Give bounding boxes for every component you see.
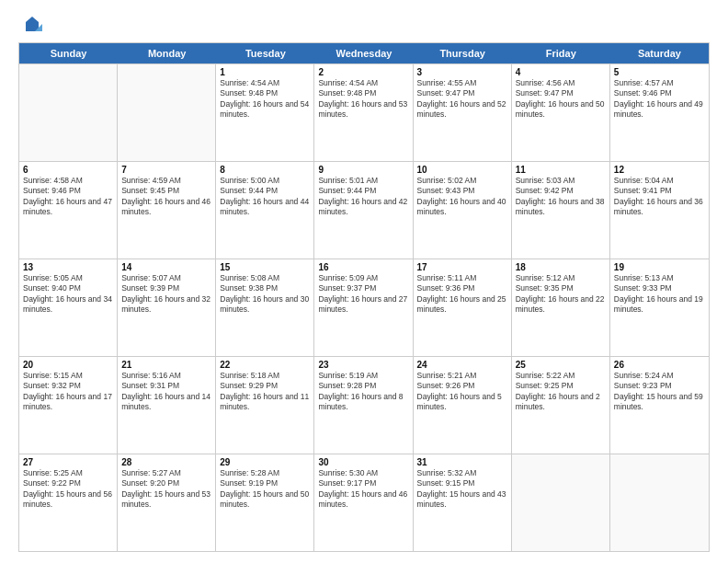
calendar-cell: 1Sunrise: 4:54 AMSunset: 9:48 PMDaylight… <box>216 64 314 161</box>
day-number: 15 <box>220 262 310 272</box>
sun-info: Sunrise: 5:13 AMSunset: 9:33 PMDaylight:… <box>614 273 705 316</box>
sun-info: Sunrise: 5:04 AMSunset: 9:41 PMDaylight:… <box>614 176 705 218</box>
day-number: 14 <box>121 262 211 272</box>
day-number: 2 <box>318 67 408 77</box>
sun-info: Sunrise: 5:21 AMSunset: 9:26 PMDaylight:… <box>417 371 507 413</box>
calendar-cell: 14Sunrise: 5:07 AMSunset: 9:39 PMDayligh… <box>118 259 216 356</box>
calendar-row-4: 20Sunrise: 5:15 AMSunset: 9:32 PMDayligh… <box>19 356 709 454</box>
day-number: 6 <box>23 165 113 175</box>
day-number: 8 <box>220 165 310 175</box>
day-number: 9 <box>318 165 408 175</box>
calendar-cell: 26Sunrise: 5:24 AMSunset: 9:23 PMDayligh… <box>610 357 709 454</box>
calendar-cell: 6Sunrise: 4:58 AMSunset: 9:46 PMDaylight… <box>19 162 118 259</box>
sun-info: Sunrise: 5:18 AMSunset: 9:29 PMDaylight:… <box>220 371 310 413</box>
sun-info: Sunrise: 5:09 AMSunset: 9:37 PMDaylight:… <box>318 273 408 316</box>
weekday-header-wednesday: Wednesday <box>314 43 413 63</box>
calendar-cell: 18Sunrise: 5:12 AMSunset: 9:35 PMDayligh… <box>512 259 610 356</box>
calendar-cell: 2Sunrise: 4:54 AMSunset: 9:48 PMDaylight… <box>314 64 413 161</box>
sun-info: Sunrise: 5:30 AMSunset: 9:17 PMDaylight:… <box>318 468 408 511</box>
sun-info: Sunrise: 5:11 AMSunset: 9:36 PMDaylight:… <box>417 273 507 316</box>
weekday-header-friday: Friday <box>512 43 610 63</box>
sun-info: Sunrise: 5:24 AMSunset: 9:23 PMDaylight:… <box>614 371 705 413</box>
sun-info: Sunrise: 5:25 AMSunset: 9:22 PMDaylight:… <box>23 468 113 511</box>
calendar-cell <box>610 454 709 551</box>
calendar-cell: 13Sunrise: 5:05 AMSunset: 9:40 PMDayligh… <box>19 259 118 356</box>
calendar-cell: 17Sunrise: 5:11 AMSunset: 9:36 PMDayligh… <box>414 259 512 356</box>
calendar: SundayMondayTuesdayWednesdayThursdayFrid… <box>18 42 710 552</box>
day-number: 29 <box>220 457 310 467</box>
day-number: 23 <box>318 360 408 370</box>
day-number: 28 <box>121 457 211 467</box>
calendar-cell: 12Sunrise: 5:04 AMSunset: 9:41 PMDayligh… <box>610 162 709 259</box>
day-number: 17 <box>417 262 507 272</box>
calendar-row-2: 6Sunrise: 4:58 AMSunset: 9:46 PMDaylight… <box>19 161 709 259</box>
sun-info: Sunrise: 4:59 AMSunset: 9:45 PMDaylight:… <box>121 176 211 218</box>
sun-info: Sunrise: 5:00 AMSunset: 9:44 PMDaylight:… <box>220 176 310 218</box>
calendar-body: 1Sunrise: 4:54 AMSunset: 9:48 PMDaylight… <box>19 63 709 551</box>
calendar-row-5: 27Sunrise: 5:25 AMSunset: 9:22 PMDayligh… <box>19 454 709 551</box>
calendar-header: SundayMondayTuesdayWednesdayThursdayFrid… <box>19 43 709 63</box>
weekday-header-monday: Monday <box>118 43 216 63</box>
calendar-cell: 20Sunrise: 5:15 AMSunset: 9:32 PMDayligh… <box>19 357 118 454</box>
sun-info: Sunrise: 5:22 AMSunset: 9:25 PMDaylight:… <box>516 371 606 413</box>
day-number: 21 <box>121 360 211 370</box>
day-number: 5 <box>614 67 705 77</box>
day-number: 1 <box>220 67 310 77</box>
logo <box>18 15 42 35</box>
sun-info: Sunrise: 4:56 AMSunset: 9:47 PMDaylight:… <box>516 78 606 121</box>
day-number: 26 <box>614 360 705 370</box>
calendar-cell <box>512 454 610 551</box>
svg-marker-0 <box>26 17 39 31</box>
logo-icon <box>22 15 42 35</box>
sun-info: Sunrise: 5:01 AMSunset: 9:44 PMDaylight:… <box>318 176 408 218</box>
calendar-cell: 22Sunrise: 5:18 AMSunset: 9:29 PMDayligh… <box>216 357 314 454</box>
calendar-cell: 21Sunrise: 5:16 AMSunset: 9:31 PMDayligh… <box>118 357 216 454</box>
sun-info: Sunrise: 4:58 AMSunset: 9:46 PMDaylight:… <box>23 176 113 218</box>
calendar-cell: 19Sunrise: 5:13 AMSunset: 9:33 PMDayligh… <box>610 259 709 356</box>
sun-info: Sunrise: 5:07 AMSunset: 9:39 PMDaylight:… <box>121 273 211 316</box>
calendar-row-3: 13Sunrise: 5:05 AMSunset: 9:40 PMDayligh… <box>19 259 709 356</box>
calendar-row-1: 1Sunrise: 4:54 AMSunset: 9:48 PMDaylight… <box>19 63 709 161</box>
day-number: 30 <box>318 457 408 467</box>
day-number: 27 <box>23 457 113 467</box>
sun-info: Sunrise: 4:55 AMSunset: 9:47 PMDaylight:… <box>417 78 507 121</box>
calendar-cell: 10Sunrise: 5:02 AMSunset: 9:43 PMDayligh… <box>414 162 512 259</box>
calendar-cell: 8Sunrise: 5:00 AMSunset: 9:44 PMDaylight… <box>216 162 314 259</box>
day-number: 10 <box>417 165 507 175</box>
sun-info: Sunrise: 5:27 AMSunset: 9:20 PMDaylight:… <box>121 468 211 511</box>
calendar-cell: 11Sunrise: 5:03 AMSunset: 9:42 PMDayligh… <box>512 162 610 259</box>
day-number: 22 <box>220 360 310 370</box>
calendar-cell: 4Sunrise: 4:56 AMSunset: 9:47 PMDaylight… <box>512 64 610 161</box>
day-number: 19 <box>614 262 705 272</box>
sun-info: Sunrise: 5:15 AMSunset: 9:32 PMDaylight:… <box>23 371 113 413</box>
calendar-cell: 25Sunrise: 5:22 AMSunset: 9:25 PMDayligh… <box>512 357 610 454</box>
day-number: 3 <box>417 67 507 77</box>
sun-info: Sunrise: 5:02 AMSunset: 9:43 PMDaylight:… <box>417 176 507 218</box>
day-number: 25 <box>516 360 606 370</box>
calendar-cell: 23Sunrise: 5:19 AMSunset: 9:28 PMDayligh… <box>314 357 413 454</box>
sun-info: Sunrise: 5:19 AMSunset: 9:28 PMDaylight:… <box>318 371 408 413</box>
calendar-cell: 3Sunrise: 4:55 AMSunset: 9:47 PMDaylight… <box>414 64 512 161</box>
calendar-cell: 24Sunrise: 5:21 AMSunset: 9:26 PMDayligh… <box>414 357 512 454</box>
calendar-cell <box>118 64 216 161</box>
calendar-cell: 29Sunrise: 5:28 AMSunset: 9:19 PMDayligh… <box>216 454 314 551</box>
header <box>18 15 710 35</box>
day-number: 12 <box>614 165 705 175</box>
weekday-header-tuesday: Tuesday <box>216 43 314 63</box>
day-number: 16 <box>318 262 408 272</box>
sun-info: Sunrise: 4:54 AMSunset: 9:48 PMDaylight:… <box>220 78 310 121</box>
sun-info: Sunrise: 4:57 AMSunset: 9:46 PMDaylight:… <box>614 78 705 121</box>
sun-info: Sunrise: 5:16 AMSunset: 9:31 PMDaylight:… <box>121 371 211 413</box>
page: SundayMondayTuesdayWednesdayThursdayFrid… <box>0 0 728 563</box>
weekday-header-saturday: Saturday <box>610 43 709 63</box>
day-number: 13 <box>23 262 113 272</box>
weekday-header-sunday: Sunday <box>19 43 118 63</box>
sun-info: Sunrise: 5:28 AMSunset: 9:19 PMDaylight:… <box>220 468 310 511</box>
sun-info: Sunrise: 5:05 AMSunset: 9:40 PMDaylight:… <box>23 273 113 316</box>
sun-info: Sunrise: 5:32 AMSunset: 9:15 PMDaylight:… <box>417 468 507 511</box>
calendar-cell: 31Sunrise: 5:32 AMSunset: 9:15 PMDayligh… <box>414 454 512 551</box>
calendar-cell: 7Sunrise: 4:59 AMSunset: 9:45 PMDaylight… <box>118 162 216 259</box>
sun-info: Sunrise: 4:54 AMSunset: 9:48 PMDaylight:… <box>318 78 408 121</box>
sun-info: Sunrise: 5:08 AMSunset: 9:38 PMDaylight:… <box>220 273 310 316</box>
calendar-cell: 5Sunrise: 4:57 AMSunset: 9:46 PMDaylight… <box>610 64 709 161</box>
